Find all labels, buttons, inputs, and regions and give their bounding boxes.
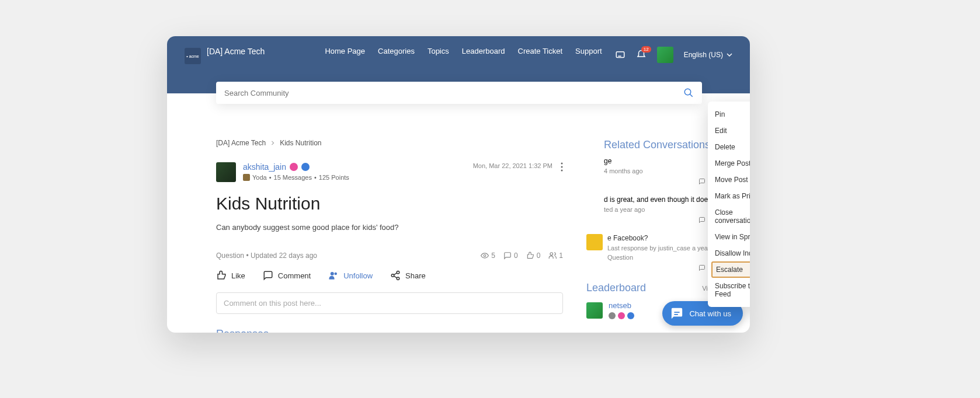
brand-name[interactable]: [DA] Acme Tech — [207, 47, 265, 56]
breadcrumb: [DA] Acme Tech Kids Nutrition — [216, 139, 563, 147]
breadcrumb-current: Kids Nutrition — [280, 139, 321, 147]
comment-icon — [698, 264, 706, 271]
comment-icon — [698, 178, 706, 185]
menu-mark-private[interactable]: Mark as Private — [708, 188, 750, 204]
share-icon — [390, 270, 401, 281]
comment-icon — [263, 270, 273, 281]
post-header: akshita_jain Yoda • 15 Messages • 125 Po… — [216, 162, 563, 182]
post-body: Can anybody suggest some good place for … — [216, 223, 563, 232]
post-type: Question — [216, 252, 244, 260]
unfollow-button[interactable]: Unfollow — [328, 270, 373, 281]
svg-point-7 — [331, 272, 334, 275]
eye-icon — [481, 252, 489, 260]
leader-name: netseb — [609, 301, 634, 310]
leader-badge-2 — [618, 312, 625, 319]
leader-badge-3 — [627, 312, 634, 319]
nav-topics[interactable]: Topics — [428, 47, 449, 55]
menu-pin[interactable]: Pin — [708, 106, 750, 123]
author-messages: 15 Messages — [274, 174, 312, 181]
menu-merge-post[interactable]: Merge Post — [708, 155, 750, 172]
comment-icon — [698, 217, 706, 224]
users-icon — [548, 252, 557, 260]
svg-point-5 — [484, 254, 486, 257]
nav-leaderboard[interactable]: Leaderboard — [462, 47, 505, 55]
search-input[interactable] — [224, 89, 683, 97]
nav-create-ticket[interactable]: Create Ticket — [518, 47, 563, 55]
leader-avatar — [586, 302, 603, 319]
post-timestamp: Mon, Mar 22, 2021 1:32 PM — [473, 162, 552, 169]
rank-icon — [243, 174, 250, 181]
search-bar — [216, 82, 702, 104]
svg-point-2 — [561, 163, 563, 165]
thumbs-up-icon — [216, 270, 227, 281]
chevron-down-icon — [727, 52, 732, 58]
thumbs-up-icon — [526, 252, 534, 260]
menu-subscribe-rss[interactable]: Subscribe to RSS Feed — [708, 278, 750, 302]
svg-point-11 — [397, 277, 399, 280]
post-actions: Like Comment Unfollow Share — [216, 270, 563, 281]
author-avatar[interactable] — [216, 162, 236, 182]
post-updated: Updated 22 days ago — [251, 252, 317, 260]
nav-home[interactable]: Home Page — [325, 47, 365, 55]
users-icon — [328, 270, 339, 281]
notification-badge: 12 — [641, 46, 651, 53]
post-panel: [DA] Acme Tech Kids Nutrition akshita_ja… — [216, 139, 563, 333]
related-avatar — [586, 234, 603, 250]
nav-support[interactable]: Support — [575, 47, 602, 55]
leaderboard-heading: Leaderboard — [586, 282, 646, 294]
author-badge-2 — [301, 163, 310, 171]
chevron-right-icon — [270, 141, 275, 145]
menu-move-post[interactable]: Move Post — [708, 172, 750, 188]
menu-edit[interactable]: Edit — [708, 123, 750, 139]
chat-label: Chat with us — [689, 309, 731, 318]
svg-point-10 — [391, 274, 394, 277]
more-options-button[interactable] — [561, 162, 563, 172]
chat-icon — [670, 307, 683, 320]
stat-likes: 0 — [526, 252, 541, 260]
stat-views: 5 — [481, 252, 495, 260]
user-avatar[interactable] — [657, 47, 673, 63]
menu-view-sprinklr[interactable]: View in Sprinklr — [708, 229, 750, 245]
share-button[interactable]: Share — [390, 270, 426, 281]
menu-close-conversation[interactable]: Close conversation — [708, 204, 750, 229]
language-selector[interactable]: English (US) — [684, 51, 732, 59]
menu-disallow-indexing[interactable]: Disallow Indexing — [708, 245, 750, 261]
header-right: 12 English (US) — [615, 47, 732, 63]
author-rank: Yoda — [252, 174, 267, 181]
comment-button[interactable]: Comment — [263, 270, 311, 281]
post-meta: Question • Updated 22 days ago 5 0 — [216, 252, 563, 260]
leader-badge-1 — [609, 312, 616, 319]
svg-point-3 — [561, 166, 563, 168]
author-name[interactable]: akshita_jain — [243, 162, 286, 172]
stat-comments: 0 — [503, 252, 518, 260]
messages-icon[interactable] — [615, 50, 625, 60]
search-icon[interactable] — [683, 88, 694, 98]
responses-heading: Responses — [216, 328, 563, 333]
svg-rect-0 — [616, 52, 624, 58]
author-badge-1 — [290, 163, 298, 171]
main-nav: Home Page Categories Topics Leaderboard … — [325, 47, 602, 55]
brand-logo: • acme — [185, 48, 201, 64]
stat-followers: 1 — [548, 252, 563, 260]
author-points: 125 Points — [319, 174, 349, 181]
language-label: English (US) — [684, 51, 723, 59]
more-options-menu: Pin Edit Delete Merge Post Move Post Mar… — [708, 102, 750, 307]
svg-point-8 — [335, 273, 338, 275]
breadcrumb-root[interactable]: [DA] Acme Tech — [216, 139, 266, 147]
nav-categories[interactable]: Categories — [378, 47, 415, 55]
svg-point-4 — [561, 170, 563, 172]
like-button[interactable]: Like — [216, 270, 245, 281]
menu-escalate[interactable]: Escalate — [711, 261, 750, 278]
svg-point-9 — [397, 271, 399, 274]
app-window: • acme [DA] Acme Tech Home Page Categori… — [167, 36, 750, 333]
post-title: Kids Nutrition — [216, 194, 563, 214]
svg-point-6 — [550, 253, 553, 256]
notifications-icon[interactable]: 12 — [636, 50, 647, 60]
menu-delete[interactable]: Delete — [708, 139, 750, 155]
svg-point-1 — [684, 89, 691, 95]
main-content: [DA] Acme Tech Kids Nutrition akshita_ja… — [167, 93, 750, 333]
comment-icon — [503, 252, 512, 260]
comment-input[interactable]: Comment on this post here... — [216, 292, 563, 314]
